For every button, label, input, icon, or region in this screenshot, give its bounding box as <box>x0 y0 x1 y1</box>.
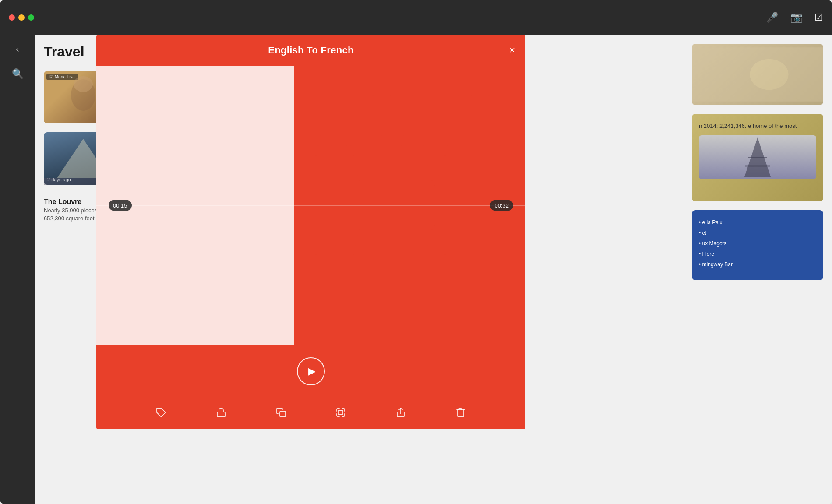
list-item: • mingway Bar <box>699 259 816 270</box>
trash-icon[interactable] <box>455 407 466 420</box>
traffic-lights <box>9 14 34 21</box>
search-icon[interactable]: 🔍 <box>12 68 24 80</box>
list-item: • ct <box>699 228 816 238</box>
right-card4-content: • e la Paix • ct • ux Magots • Flore • m… <box>699 217 816 270</box>
move-icon[interactable] <box>335 407 346 420</box>
center-line <box>96 205 525 206</box>
svg-point-1 <box>74 76 93 92</box>
play-button-area: ▶ <box>96 345 525 398</box>
card-date: 2 days ago <box>47 177 71 182</box>
modal-toolbar <box>96 398 525 429</box>
modal: English To French × <box>96 35 525 429</box>
play-button[interactable]: ▶ <box>297 357 325 385</box>
svg-point-5 <box>750 59 788 90</box>
title-bar: 🎤 📷 ☑ <box>0 0 832 35</box>
back-icon[interactable]: ‹ <box>16 44 19 55</box>
right-card2-text: n 2014: 2,241,346. e home of the most <box>699 121 816 131</box>
waveform-container[interactable]: 00:15 00:32 <box>96 66 525 345</box>
maximize-button[interactable] <box>28 14 34 21</box>
lock-icon[interactable] <box>216 407 226 420</box>
play-icon: ▶ <box>308 366 316 377</box>
svg-rect-200 <box>338 410 343 415</box>
checkbox-icon[interactable]: ☑ <box>814 12 823 23</box>
title-bar-actions: 🎤 📷 ☑ <box>766 12 823 23</box>
microphone-icon[interactable]: 🎤 <box>766 12 778 23</box>
app-window: 🎤 📷 ☑ ‹ 🔍 Travel ☑ Mona Lisa <box>0 0 832 504</box>
svg-rect-199 <box>280 411 286 417</box>
time-badge-total: 00:32 <box>490 200 513 211</box>
time-badge-current: 00:15 <box>109 200 132 211</box>
right-card-2: n 2014: 2,241,346. e home of the most <box>692 114 823 201</box>
share-icon[interactable] <box>395 407 406 420</box>
list-item: • e la Paix <box>699 217 816 228</box>
list-item: • ux Magots <box>699 238 816 249</box>
camera-icon[interactable]: 📷 <box>790 12 802 23</box>
tag-icon[interactable] <box>156 407 166 420</box>
list-item: • Flore <box>699 249 816 259</box>
modal-title: English To French <box>268 45 353 56</box>
svg-rect-198 <box>217 412 225 417</box>
close-button[interactable]: × <box>509 46 515 55</box>
close-button[interactable] <box>9 14 15 21</box>
sidebar-nav: ‹ 🔍 <box>0 35 35 504</box>
minimize-button[interactable] <box>18 14 25 21</box>
modal-header: English To French × <box>96 35 525 66</box>
copy-icon[interactable] <box>276 407 286 420</box>
right-card-1 <box>692 44 823 105</box>
right-content: n 2014: 2,241,346. e home of the most • … <box>683 35 832 504</box>
right-card-4: • e la Paix • ct • ux Magots • Flore • m… <box>692 210 823 280</box>
